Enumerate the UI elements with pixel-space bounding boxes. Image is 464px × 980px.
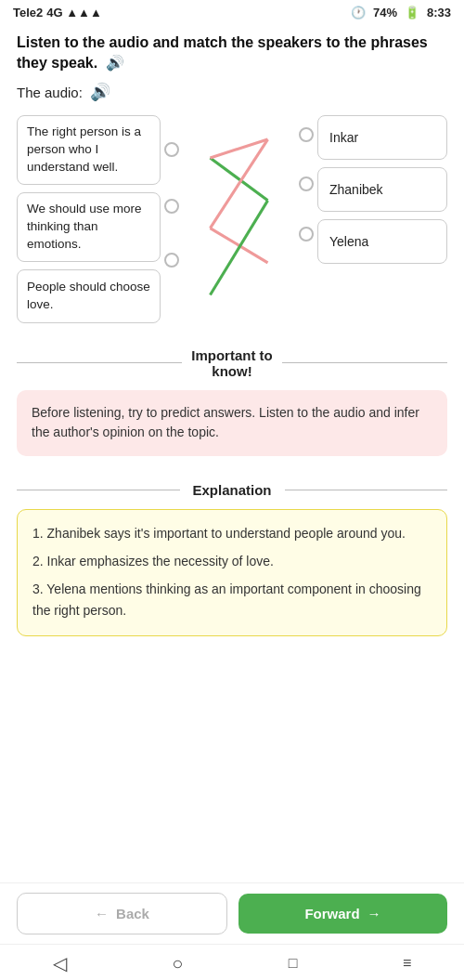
name-box-inkar: Inkar bbox=[317, 115, 447, 160]
phrase-box-2: We should use more thinking than emotion… bbox=[17, 192, 161, 262]
forward-button[interactable]: Forward → bbox=[238, 894, 447, 934]
status-right-group: 🕐 74% 🔋 8:33 bbox=[351, 6, 451, 20]
audio-label: The audio: bbox=[17, 85, 83, 100]
android-nav-bar: ◁ ○ □ ≡ bbox=[0, 944, 464, 980]
battery-icon: 🔋 bbox=[405, 6, 419, 20]
exp-line-right bbox=[285, 490, 448, 491]
info-box-pink: Before listening, try to predict answers… bbox=[17, 390, 447, 456]
name-box-zhanibek: Zhanibek bbox=[317, 167, 447, 212]
matching-lines-area bbox=[161, 115, 317, 322]
phrase-box-3: People should choose love. bbox=[17, 269, 161, 323]
explanation-point-1: 1. Zhanibek says it's important to under… bbox=[32, 523, 432, 545]
audio-row: The audio: 🔊 bbox=[17, 82, 447, 102]
exp-line-left bbox=[17, 490, 180, 491]
android-menu-icon[interactable]: ≡ bbox=[403, 955, 411, 972]
battery-text: 74% bbox=[373, 6, 397, 20]
carrier-text: Tele2 bbox=[13, 6, 43, 20]
android-home-icon[interactable]: ○ bbox=[172, 953, 183, 974]
explanation-box: 1. Zhanibek says it's important to under… bbox=[17, 509, 447, 636]
carrier-signal: Tele2 4G ▲▲▲ bbox=[13, 6, 102, 20]
important-divider: Important toknow! bbox=[17, 347, 447, 379]
explanation-point-2: 2. Inkar emphasizes the necessity of lov… bbox=[32, 551, 432, 573]
explanation-label: Explanation bbox=[180, 482, 285, 498]
right-names-column: Inkar Zhanibek Yelena bbox=[317, 115, 447, 322]
matching-svg bbox=[161, 115, 317, 322]
status-bar: Tele2 4G ▲▲▲ 🕐 74% 🔋 8:33 bbox=[0, 0, 464, 23]
divider-line-left bbox=[17, 362, 182, 364]
back-arrow-icon: ← bbox=[95, 906, 109, 921]
instruction-title: Listen to the audio and match the speake… bbox=[17, 33, 447, 72]
speaker-icon[interactable]: 🔊 bbox=[106, 53, 124, 73]
alarm-icon: 🕐 bbox=[351, 6, 366, 20]
phrase-box-1: The right person is a person who I under… bbox=[17, 115, 161, 185]
android-recents-icon[interactable]: □ bbox=[289, 955, 298, 972]
matching-exercise: The right person is a person who I under… bbox=[17, 115, 447, 322]
audio-play-icon[interactable]: 🔊 bbox=[90, 82, 110, 102]
back-button[interactable]: ← Back bbox=[17, 893, 227, 934]
explanation-divider: Explanation bbox=[17, 482, 447, 498]
explanation-point-3: 3. Yelena mentions thinking as an import… bbox=[32, 579, 432, 623]
important-label: Important toknow! bbox=[182, 347, 282, 379]
left-phrases-column: The right person is a person who I under… bbox=[17, 115, 161, 322]
main-content: Listen to the audio and match the speake… bbox=[0, 23, 464, 882]
svg-line-0 bbox=[210, 158, 267, 201]
android-back-icon[interactable]: ◁ bbox=[53, 952, 67, 974]
forward-arrow-icon: → bbox=[367, 906, 381, 921]
bottom-nav: ← Back Forward → bbox=[0, 882, 464, 944]
divider-line-right bbox=[282, 362, 447, 364]
signal-icon: 4G ▲▲▲ bbox=[46, 6, 102, 20]
name-box-yelena: Yelena bbox=[317, 219, 447, 264]
time-text: 8:33 bbox=[427, 6, 451, 20]
